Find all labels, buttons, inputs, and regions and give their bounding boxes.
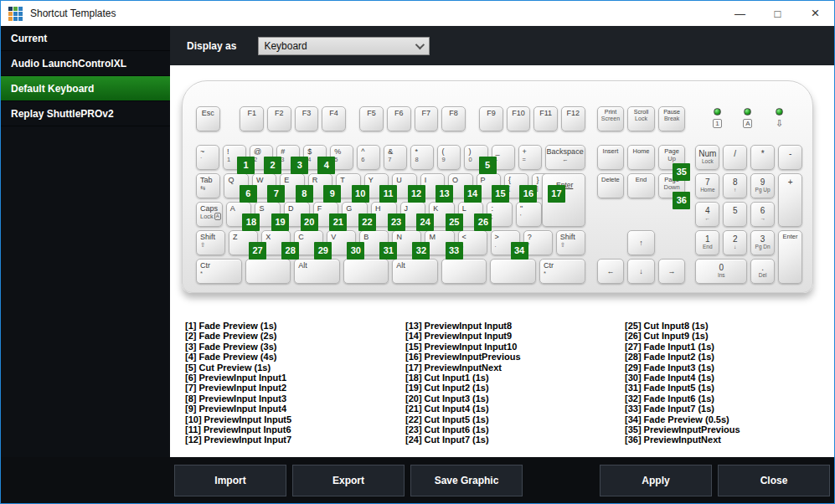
key-q[interactable]: Q6 xyxy=(224,173,248,198)
sidebar-item[interactable]: Current xyxy=(1,26,170,51)
minimize-button[interactable]: — xyxy=(721,1,759,26)
key-blank[interactable] xyxy=(441,259,487,284)
key-blank[interactable] xyxy=(490,259,536,284)
key-pause[interactable]: PauseBreak xyxy=(658,106,686,131)
key-backspace[interactable]: Backspace← xyxy=(545,145,585,170)
legend-item: [3] Fade Preview (3s) xyxy=(185,342,405,352)
key-sym[interactable]: + xyxy=(778,173,802,227)
key-sym[interactable]: ← xyxy=(597,259,625,284)
key-sym[interactable]: ~` xyxy=(196,145,219,170)
shortcut-badge-21: 21 xyxy=(329,213,347,231)
key-esc[interactable]: Esc xyxy=(196,106,220,131)
key-sym[interactable]: .Del xyxy=(750,259,775,284)
key-page[interactable]: PageUp35 xyxy=(658,145,686,170)
key-sym[interactable]: / xyxy=(723,145,747,170)
export-button[interactable]: Export xyxy=(292,465,405,496)
close-button[interactable]: × xyxy=(796,1,834,26)
key-2[interactable]: 2↓ xyxy=(723,230,747,255)
import-button[interactable]: Import xyxy=(174,465,286,496)
key-enter[interactable]: Enter xyxy=(778,230,802,284)
titlebar: Shortcut Templates — □ × xyxy=(1,1,834,26)
key-8[interactable]: 8↑ xyxy=(723,173,747,198)
shortcut-badge-19: 19 xyxy=(271,213,289,231)
key-f6[interactable]: F6 xyxy=(387,106,411,131)
key-f12[interactable]: F12 xyxy=(561,106,585,131)
shortcut-badge-18: 18 xyxy=(242,213,260,231)
key-4[interactable]: 4← xyxy=(695,202,719,227)
display-as-dropdown[interactable]: Keyboard xyxy=(258,37,430,55)
key-scroll[interactable]: ScrollLock xyxy=(627,106,655,131)
key-sym[interactable]: += xyxy=(518,145,542,170)
key-0[interactable]: 0Ins xyxy=(695,259,747,284)
key-tab[interactable]: Tab⇆ xyxy=(196,173,220,198)
legend-item: [7] PreviewInput Input2 xyxy=(185,383,405,393)
shortcut-badge-17: 17 xyxy=(548,185,565,203)
key-f11[interactable]: F11 xyxy=(533,106,558,131)
key-1[interactable]: 1End xyxy=(695,230,719,255)
legend-item: [35] PreviewInputPrevious xyxy=(625,424,834,435)
maximize-button[interactable]: □ xyxy=(759,1,796,26)
key-sym[interactable]: >.34 xyxy=(491,230,520,255)
key-shift[interactable]: Shift⇧ xyxy=(196,230,225,255)
legend-item: [1] Fade Preview (1s) xyxy=(185,321,405,331)
key-a[interactable]: A18 xyxy=(226,202,252,227)
key-caps[interactable]: CapsLockA xyxy=(196,202,223,227)
key-9[interactable]: 9Pg Up xyxy=(750,173,775,198)
key-f5[interactable]: F5 xyxy=(359,106,384,131)
key-home[interactable]: Home xyxy=(627,145,655,170)
key-sym[interactable]: - xyxy=(778,145,802,170)
key-sym[interactable]: (9 xyxy=(437,145,461,170)
key-f1[interactable]: F1 xyxy=(240,106,264,131)
key-alt[interactable]: Alt xyxy=(294,259,340,284)
legend-item: [16] PreviewInputPrevious xyxy=(405,352,625,362)
save-graphic-button[interactable]: Save Graphic xyxy=(410,465,523,496)
key-f9[interactable]: F9 xyxy=(479,106,503,131)
shortcut-badge-3: 3 xyxy=(291,157,308,174)
key-sym[interactable]: ↑ xyxy=(627,230,655,255)
key-blank[interactable] xyxy=(343,259,389,284)
key-print[interactable]: PrintScreen xyxy=(597,106,625,131)
key-f4[interactable]: F4 xyxy=(322,106,346,131)
legend-item: [11] PreviewInput Input6 xyxy=(185,424,405,435)
legend-item: [14] PreviewInput Input9 xyxy=(405,331,625,341)
legend-column: [25] Cut Input8 (1s)[26] Cut Input9 (1s)… xyxy=(625,321,834,445)
key-ctr[interactable]: Ctr* xyxy=(539,259,585,284)
key-num[interactable]: NumLock xyxy=(695,145,719,170)
app-icon xyxy=(8,7,24,21)
key-sym[interactable]: !11 xyxy=(223,145,246,170)
shortcut-badge-11: 11 xyxy=(379,185,397,203)
key-7[interactable]: 7Home xyxy=(695,173,719,198)
key-sym[interactable]: ^6 xyxy=(357,145,380,170)
key-insert[interactable]: Insert xyxy=(597,145,625,170)
key-sym[interactable]: "' xyxy=(516,202,542,227)
key-sym[interactable]: → xyxy=(658,259,686,284)
key-f7[interactable]: F7 xyxy=(415,106,439,131)
key-6[interactable]: 6→ xyxy=(750,202,775,227)
key-5[interactable]: 5 xyxy=(723,202,747,227)
key-f8[interactable]: F8 xyxy=(441,106,466,131)
key-blank[interactable] xyxy=(245,259,291,284)
key-delete[interactable]: Delete xyxy=(597,173,625,198)
key-sym[interactable]: &7 xyxy=(384,145,407,170)
key-alt[interactable]: Alt xyxy=(392,259,438,284)
key-end[interactable]: End xyxy=(627,173,655,198)
key-f10[interactable]: F10 xyxy=(507,106,531,131)
key-sym[interactable]: *8 xyxy=(410,145,434,170)
key-z[interactable]: Z27 xyxy=(229,230,258,255)
key-ctr[interactable]: Ctr* xyxy=(196,259,242,284)
key-sym[interactable]: ↓ xyxy=(627,259,655,284)
key-f3[interactable]: F3 xyxy=(295,106,319,131)
sidebar-item[interactable]: Audio LaunchControlXL xyxy=(1,51,170,76)
sidebar-item[interactable]: Replay ShuttlePROv2 xyxy=(1,101,170,126)
key-shift[interactable]: Shift⇧ xyxy=(556,230,585,255)
sidebar-item[interactable]: Default Keyboard xyxy=(1,76,170,101)
key-3[interactable]: 3Pg Dn xyxy=(750,230,775,255)
apply-button[interactable]: Apply xyxy=(600,465,712,496)
led-dot-icon xyxy=(776,108,783,116)
close-action-button[interactable]: Close xyxy=(718,465,830,496)
key-sym[interactable]: * xyxy=(750,145,775,170)
legend-item: [2] Fade Preview (2s) xyxy=(185,331,405,341)
key-sym[interactable]: )05 xyxy=(464,145,487,170)
key-f2[interactable]: F2 xyxy=(267,106,291,131)
shortcut-badge-24: 24 xyxy=(416,213,434,231)
